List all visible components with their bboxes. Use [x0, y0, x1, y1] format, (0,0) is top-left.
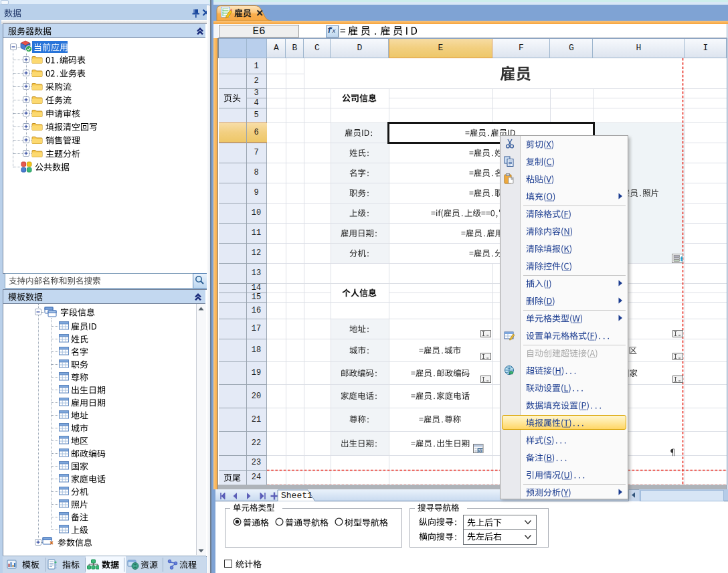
- svg-text:31: 31: [478, 448, 484, 453]
